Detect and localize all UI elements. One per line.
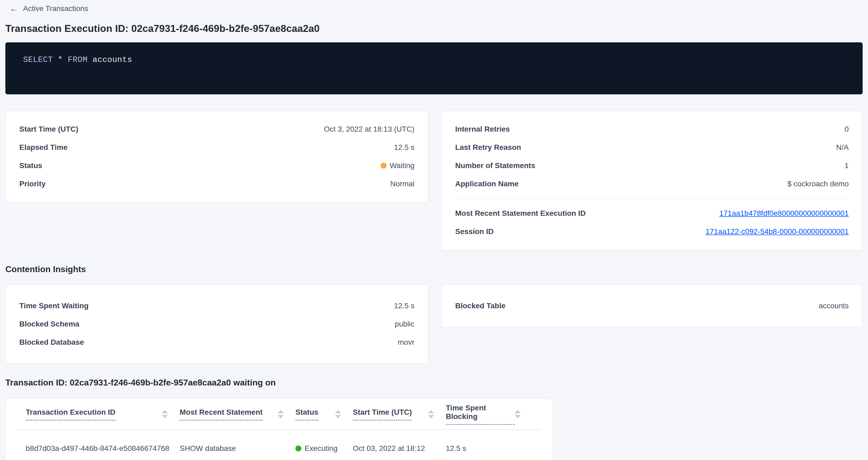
sort-desc-icon bbox=[335, 415, 341, 419]
row-label: Session ID bbox=[455, 227, 494, 236]
row-label: Blocked Schema bbox=[19, 320, 79, 328]
row-value: Normal bbox=[390, 180, 414, 188]
table-row: b8d7d03a-d497-446b-8474-e50846674768 SHO… bbox=[18, 430, 540, 460]
sql-text: * bbox=[53, 55, 68, 64]
status-waiting-dot-icon bbox=[381, 163, 386, 168]
card-divider bbox=[455, 198, 849, 199]
detail-row-application-name: Application Name $ cockroach demo bbox=[455, 175, 849, 193]
table-header-row: Transaction Execution ID Most Recent Sta… bbox=[18, 399, 540, 430]
row-label: Time Spent Waiting bbox=[19, 302, 89, 310]
detail-row-time-spent-waiting: Time Spent Waiting 12.5 s bbox=[19, 297, 414, 315]
cell-most-recent-statement: SHOW database bbox=[180, 444, 296, 453]
detail-row-last-retry-reason: Last Retry Reason N/A bbox=[455, 138, 849, 157]
detail-row-blocked-schema: Blocked Schema public bbox=[19, 315, 414, 333]
row-label: Most Recent Statement Execution ID bbox=[455, 209, 586, 218]
detail-row-session-id: Session ID 171aa122-c092-54b8-0000-00000… bbox=[455, 222, 849, 241]
row-label: Internal Retries bbox=[455, 125, 510, 133]
row-label: Last Retry Reason bbox=[455, 143, 521, 152]
status-label: Waiting bbox=[390, 161, 414, 170]
sort-icon[interactable] bbox=[278, 410, 284, 419]
sort-asc-icon bbox=[335, 410, 341, 413]
sql-keyword: FROM bbox=[68, 55, 88, 64]
row-value: 0 bbox=[844, 125, 849, 133]
column-header-label: Most Recent Statement bbox=[180, 408, 263, 421]
column-header-most-recent-statement[interactable]: Most Recent Statement bbox=[180, 408, 296, 421]
column-header-label: Transaction Execution ID bbox=[26, 408, 116, 421]
overview-card: Start Time (UTC) Oct 3, 2022 at 18:13 (U… bbox=[5, 111, 428, 203]
row-label: Elapsed Time bbox=[19, 143, 67, 152]
column-header-start-time[interactable]: Start Time (UTC) bbox=[353, 408, 446, 421]
sort-asc-icon bbox=[515, 410, 521, 413]
cell-transaction-execution-id: b8d7d03a-d497-446b-8474-e50846674768 bbox=[26, 444, 180, 453]
sql-keyword: SELECT bbox=[23, 55, 53, 64]
row-label: Number of Statements bbox=[455, 161, 535, 170]
cell-time-spent-blocking: 12.5 s bbox=[446, 444, 532, 453]
session-id-link[interactable]: 171aa122-c092-54b8-0000-000000000001 bbox=[706, 227, 849, 236]
row-value: $ cockroach demo bbox=[787, 180, 849, 188]
column-header-label: Status bbox=[296, 408, 318, 421]
row-value: 12.5 s bbox=[394, 143, 414, 152]
column-header-status[interactable]: Status bbox=[296, 408, 353, 421]
sort-desc-icon bbox=[428, 415, 434, 419]
sort-desc-icon bbox=[162, 415, 168, 419]
row-label: Status bbox=[19, 161, 42, 170]
column-header-label: Time Spent Blocking bbox=[446, 404, 515, 425]
status-executing-dot-icon bbox=[296, 446, 301, 452]
summary-cards-row: Start Time (UTC) Oct 3, 2022 at 18:13 (U… bbox=[5, 111, 863, 250]
row-value: public bbox=[395, 320, 414, 328]
row-value: movr bbox=[398, 338, 414, 347]
sort-asc-icon bbox=[278, 410, 284, 413]
row-value: 1 bbox=[844, 161, 849, 170]
column-header-transaction-execution-id[interactable]: Transaction Execution ID bbox=[26, 408, 180, 421]
row-label: Priority bbox=[19, 180, 45, 188]
back-link-label: Active Transactions bbox=[23, 4, 88, 13]
sort-asc-icon bbox=[162, 410, 168, 413]
detail-row-statement-execution-id: Most Recent Statement Execution ID 171aa… bbox=[455, 204, 849, 222]
row-value: 12.5 s bbox=[394, 302, 414, 310]
row-value: accounts bbox=[819, 302, 849, 310]
sort-icon[interactable] bbox=[335, 410, 341, 419]
back-row: ← Active Transactions bbox=[5, 0, 863, 13]
detail-row-number-of-statements: Number of Statements 1 bbox=[455, 157, 849, 175]
sql-text: accounts bbox=[88, 55, 132, 64]
detail-row-elapsed-time: Elapsed Time 12.5 s bbox=[19, 138, 414, 157]
cell-status: Executing bbox=[296, 444, 353, 453]
detail-row-priority: Priority Normal bbox=[19, 175, 414, 193]
detail-row-status: Status Waiting bbox=[19, 157, 414, 175]
back-to-active-transactions-link[interactable]: ← Active Transactions bbox=[10, 4, 88, 13]
sort-icon[interactable] bbox=[162, 410, 168, 419]
row-label: Blocked Database bbox=[19, 338, 84, 347]
row-label: Blocked Table bbox=[455, 302, 505, 310]
detail-row-blocked-database: Blocked Database movr bbox=[19, 333, 414, 351]
contention-left-card: Time Spent Waiting 12.5 s Blocked Schema… bbox=[5, 284, 428, 364]
active-transaction-details-page: ← Active Transactions Transaction Execut… bbox=[0, 0, 868, 460]
statement-execution-id-link[interactable]: 171aa1b478fdf0e80000000000000001 bbox=[719, 209, 849, 217]
waiting-on-heading: Transaction ID: 02ca7931-f246-469b-b2fe-… bbox=[5, 378, 863, 388]
details-card: Internal Retries 0 Last Retry Reason N/A… bbox=[441, 111, 863, 250]
page-title: Transaction Execution ID: 02ca7931-f246-… bbox=[5, 23, 863, 34]
column-header-time-spent-blocking[interactable]: Time Spent Blocking bbox=[446, 404, 532, 425]
contention-insights-heading: Contention Insights bbox=[5, 264, 863, 274]
sort-icon[interactable] bbox=[428, 410, 434, 419]
detail-row-internal-retries: Internal Retries 0 bbox=[455, 120, 849, 138]
detail-row-blocked-table: Blocked Table accounts bbox=[455, 297, 849, 315]
row-value: N/A bbox=[836, 143, 849, 152]
contention-cards-row: Time Spent Waiting 12.5 s Blocked Schema… bbox=[5, 284, 863, 364]
sort-asc-icon bbox=[428, 410, 434, 413]
contention-right-card: Blocked Table accounts bbox=[441, 284, 863, 327]
sort-desc-icon bbox=[278, 415, 284, 419]
waiting-on-table-card: Transaction Execution ID Most Recent Sta… bbox=[5, 398, 553, 460]
back-arrow-icon: ← bbox=[10, 4, 18, 13]
status-label: Executing bbox=[305, 444, 338, 453]
row-label: Application Name bbox=[455, 180, 519, 188]
row-value: Oct 3, 2022 at 18:13 (UTC) bbox=[324, 125, 414, 133]
status-badge: Waiting bbox=[381, 161, 414, 170]
sql-statement-box: SELECT * FROM accounts bbox=[5, 42, 863, 94]
sort-icon[interactable] bbox=[515, 410, 521, 419]
sort-desc-icon bbox=[515, 415, 521, 419]
column-header-label: Start Time (UTC) bbox=[353, 408, 412, 421]
row-label: Start Time (UTC) bbox=[19, 125, 78, 133]
cell-start-time: Oct 03, 2022 at 18:12 bbox=[353, 444, 446, 453]
detail-row-start-time: Start Time (UTC) Oct 3, 2022 at 18:13 (U… bbox=[19, 120, 414, 138]
